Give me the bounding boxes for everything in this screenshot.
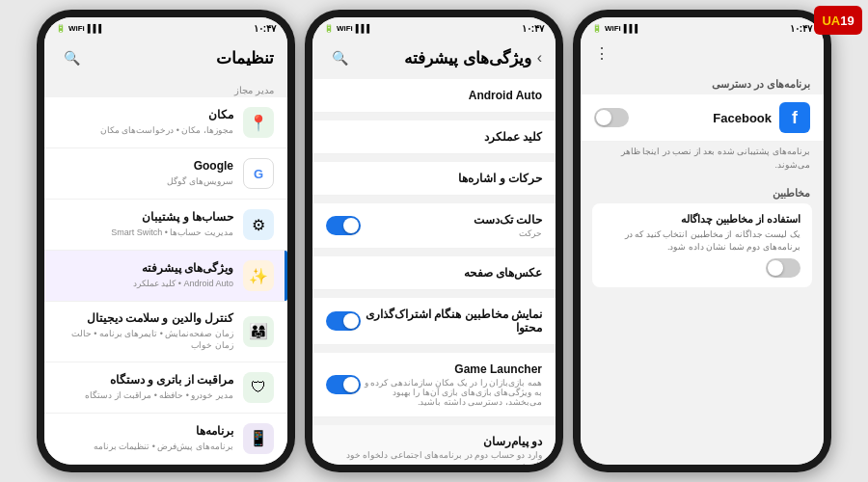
phone-3-screen: ۱۰:۴۷ ▌▌▌ WiFi 🔋 ⋮ برنامه‌های در دسترسی … [581,17,824,465]
adv-subtitle-onehand: حرکت [474,228,542,238]
facebook-permission-row[interactable]: f Facebook [581,94,824,142]
adv-item-function-key[interactable]: کلید عملکرد [312,120,556,154]
contacts-toggle-row [604,258,800,278]
search-button-2[interactable]: 🔍 [326,44,353,71]
battery-icon-item: 🛡 [243,372,274,403]
item-title-battery: مراقبت از باتری و دستگاه [58,373,233,388]
adv-title-dual: دو پیام‌رسان [326,435,542,448]
wifi-icon-2: WiFi [337,24,353,33]
adv-title-gestures: حرکات و اشاره‌ها [326,172,542,185]
item-text-accounts: حساب‌ها و پشتیبان مدیریت حساب‌ها • Smart… [58,210,233,238]
adv-item-screenshot[interactable]: عکس‌های صفحه [312,256,556,290]
item-text-battery: مراقبت از باتری و دستگاه مدیر خودرو • حا… [58,373,233,401]
status-time-1: ۱۰:۴۷ [254,23,276,34]
adv-item-contacts-share[interactable]: نمایش مخاطبین هنگام اشتراک‌گذاری محتوا [312,298,556,345]
item-text-google: Google سرویس‌های گوگل [58,159,233,187]
adv-item-gestures[interactable]: حرکات و اشاره‌ها [312,162,556,196]
settings-list-1: مدیر مجاز 📍 مکان مجوزها، مکان • درخواست‌… [44,79,287,465]
advanced-content: Android Auto کلید عملکرد حرکات و اشاره‌ه… [312,79,556,465]
item-title-apps: برنامه‌ها [58,424,233,440]
item-title-google: Google [58,159,233,174]
item-subtitle-advanced: Android Auto • کلید عملکرد [58,278,233,290]
toggle-contacts-share[interactable] [326,311,361,331]
advanced-icon: ✨ [243,260,274,291]
three-dots-button[interactable]: ⋮ [594,44,610,63]
item-text-parental: کنترل والدین و سلامت دیجیتال زمان صفحه‌ن… [58,311,233,352]
adv-title-screenshot: عکس‌های صفحه [326,266,542,280]
third-screen-content: برنامه‌های در دسترسی f Facebook برنامه‌ه… [581,70,824,465]
phone-1: ۱۰:۴۷ ▌▌▌ WiFi 🔋 تنظیمات 🔍 مدیر مجاز 📍 م… [37,10,295,472]
status-icons-1: ▌▌▌ WiFi 🔋 [56,24,104,33]
section-header-accessibility: برنامه‌های در دسترسی [581,70,824,94]
screen-title-1: تنظیمات [216,48,274,68]
toggle-contacts[interactable] [766,258,800,278]
logo-number: 19 [840,13,854,28]
breadcrumb-2: › ویژگی‌های پیشرفته [404,48,542,68]
toggle-game-launcher[interactable] [326,375,361,394]
adv-item-game-launcher[interactable]: Game Launcher همه بازی‌بازان را در یک مک… [312,353,556,417]
settings-item-advanced[interactable]: ✨ ویژگی‌های پیشرفته Android Auto • کلید … [44,251,287,302]
adv-title-onehand: حالت تک‌دست [474,213,542,227]
toggle-facebook[interactable] [594,108,629,127]
settings-item-google[interactable]: G Google سرویس‌های گوگل [44,148,287,200]
settings-item-location[interactable]: 📍 مکان مجوزها، مکان • درخواست‌های مکان [44,97,287,148]
item-text-location: مکان مجوزها، مکان • درخواست‌های مکان [58,108,233,136]
adv-subtitle-dual: وارد دو حساب دوم در برنامه‌های اجتماعی د… [326,450,542,465]
back-arrow-2[interactable]: › [537,49,542,67]
facebook-app-row: f Facebook [713,102,810,133]
logo-badge: UA 19 [814,6,862,35]
contacts-feature-title: استفاده از مخاطبین چداگاله [604,213,800,226]
google-icon: G [243,158,274,189]
contacts-share-row: نمایش مخاطبین هنگام اشتراک‌گذاری محتوا [326,308,542,335]
adv-item-android-auto[interactable]: Android Auto [312,79,556,113]
gap-1 [312,113,556,120]
signal-icon-3: ▌▌▌ [624,24,640,33]
gap-6 [312,345,556,353]
status-icons-3: ▌▌▌ WiFi 🔋 [592,24,640,33]
section-label-1: مدیر مجاز [44,79,287,97]
item-text-apps: برنامه‌ها برنامه‌های پیش‌فرض • تنظیمات ب… [58,424,233,452]
phone-2: ۱۰:۴۷ ▌▌▌ WiFi 🔋 › ویژگی‌های پیشرفته 🔍 A… [305,10,563,472]
adv-item-onehand[interactable]: حالت تک‌دست حرکت [312,203,556,249]
battery-icon-1: 🔋 [56,24,66,33]
item-title-location: مکان [58,108,233,123]
settings-item-accounts[interactable]: ⚙ حساب‌ها و پشتیبان مدیریت حساب‌ها • Sma… [44,200,287,251]
gap-5 [312,290,556,298]
location-icon: 📍 [243,107,274,138]
screen-header-2: › ویژگی‌های پیشرفته 🔍 [312,39,556,79]
status-bar-3: ۱۰:۴۷ ▌▌▌ WiFi 🔋 [581,17,824,39]
item-title-parental: کنترل والدین و سلامت دیجیتال [58,311,233,327]
settings-item-parental[interactable]: 👨‍👩‍👧 کنترل والدین و سلامت دیجیتال زمان … [44,302,287,362]
gap-7 [312,417,556,425]
gap-4 [312,249,556,256]
phone-3: ۱۰:۴۷ ▌▌▌ WiFi 🔋 ⋮ برنامه‌های در دسترسی … [573,10,831,472]
search-button-1[interactable]: 🔍 [58,44,85,71]
facebook-label: Facebook [713,111,772,125]
adv-subtitle-game-launcher: همه بازی‌بازان را در یک مکان سازماندهی ک… [361,378,542,407]
logo-text: UA [822,13,840,28]
settings-item-battery[interactable]: 🛡 مراقبت از باتری و دستگاه مدیر خودرو • … [44,362,287,414]
screen-header-3: ⋮ [581,39,824,70]
settings-item-apps[interactable]: 📱 برنامه‌ها برنامه‌های پیش‌فرض • تنظیمات… [44,414,287,465]
item-text-advanced: ویژگی‌های پیشرفته Android Auto • کلید عم… [58,261,233,289]
contacts-feature-desc: یک لیست جداگانه از مخاطبین انتخاب کنید ک… [604,228,800,253]
game-launcher-row: Game Launcher همه بازی‌بازان را در یک مک… [326,362,542,407]
selected-indicator [285,251,287,301]
onehand-row: حالت تک‌دست حرکت [326,213,542,238]
facebook-icon: f [779,102,810,133]
battery-icon-3: 🔋 [592,24,602,33]
status-time-3: ۱۰:۴۷ [790,23,812,34]
status-time-2: ۱۰:۴۷ [522,23,544,34]
toggle-onehand[interactable] [326,216,361,235]
item-title-accounts: حساب‌ها و پشتیبان [58,210,233,226]
signal-icon-2: ▌▌▌ [356,24,372,33]
item-subtitle-parental: زمان صفحه‌نمایش • تایمرهای برنامه • حالت… [58,328,233,352]
status-icons-2: ▌▌▌ WiFi 🔋 [324,24,372,33]
item-subtitle-location: مجوزها، مکان • درخواست‌های مکان [58,124,233,137]
accounts-icon: ⚙ [243,209,274,240]
adv-item-dual-messenger[interactable]: دو پیام‌رسان وارد دو حساب دوم در برنامه‌… [312,425,556,465]
item-subtitle-battery: مدیر خودرو • حافظه • مراقبت از دستگاه [58,389,233,402]
phone-1-screen: ۱۰:۴۷ ▌▌▌ WiFi 🔋 تنظیمات 🔍 مدیر مجاز 📍 م… [44,17,287,465]
signal-icon-1: ▌▌▌ [88,24,104,33]
screen-header-1: تنظیمات 🔍 [44,39,287,79]
